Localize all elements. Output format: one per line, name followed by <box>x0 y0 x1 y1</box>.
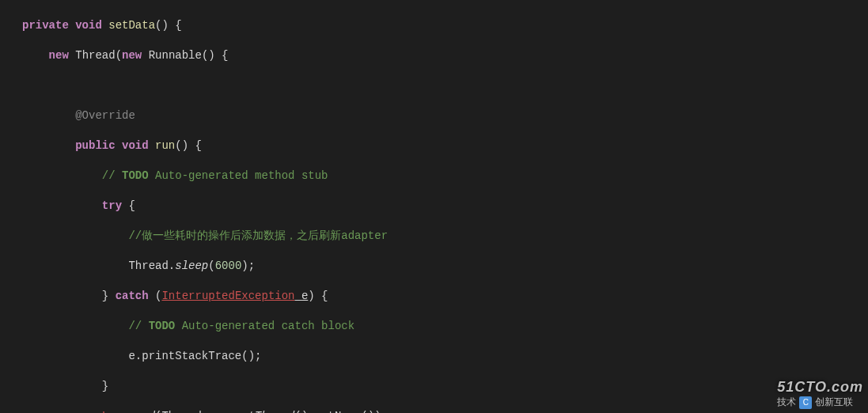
code-line: //做一些耗时的操作后添加数据，之后刷新adapter <box>22 229 868 244</box>
code-line: e.printStackTrace(); <box>22 349 868 364</box>
code-line: Logger.d(Thread.currentThread().getName(… <box>22 409 868 413</box>
watermark-site: 51CTO.com <box>777 380 863 395</box>
watermark: 51CTO.com 技术 C 创新互联 <box>777 380 863 410</box>
watermark-bottom: 技术 C 创新互联 <box>777 395 863 410</box>
code-line: private void setData() { <box>22 18 868 33</box>
code-line: @Override <box>22 108 868 123</box>
watermark-logo-icon: C <box>799 396 812 409</box>
code-line: // TODO Auto-generated catch block <box>22 319 868 334</box>
code-line <box>22 78 868 93</box>
code-line: Thread.sleep(6000); <box>22 259 868 274</box>
code-editor: private void setData() { new Thread(new … <box>0 0 868 413</box>
code-line: } <box>22 379 868 394</box>
code-line: // TODO Auto-generated method stub <box>22 169 868 184</box>
watermark-label: 技术 <box>777 395 796 410</box>
code-line: } catch (InterruptedException e) { <box>22 289 868 304</box>
code-line: try { <box>22 199 868 214</box>
code-line: new Thread(new Runnable() { <box>22 48 868 63</box>
code-line: public void run() { <box>22 138 868 153</box>
watermark-brand: 创新互联 <box>815 395 853 410</box>
